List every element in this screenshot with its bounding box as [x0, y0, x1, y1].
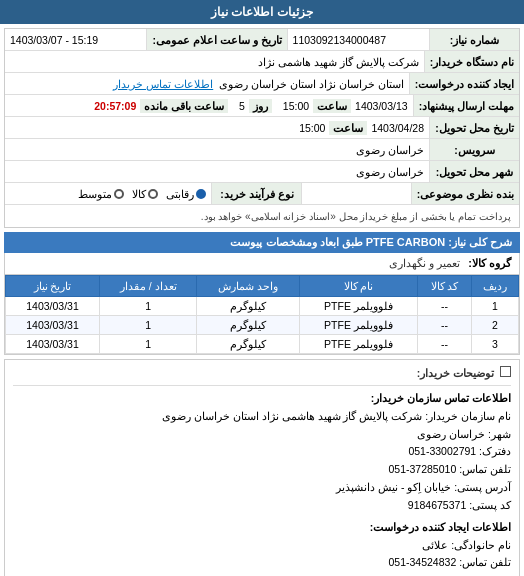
mohlat-date: 1403/03/13	[355, 100, 408, 112]
cell-name: فلوویلمر PTFE	[299, 316, 418, 335]
mohlat-value: 1403/03/13 ساعت 15:00 روز 5 ساعت باقی ما…	[5, 95, 413, 116]
mohlat-baqi-value: 20:57:09	[94, 100, 136, 112]
th-code: کد کالا	[418, 276, 471, 297]
product-section-title: شرح کلی نیاز: PTFE CARBON طبق ابعاد ومشخ…	[4, 232, 520, 253]
cell-qty: 1	[100, 297, 197, 316]
address: آدرس پستی: خیابان اِکو - نیش دانشپذیر	[13, 479, 511, 497]
table-row: 3 -- فلوویلمر PTFE کیلوگرم 1 1403/03/31	[6, 335, 519, 354]
th-date: تاریخ نیاز	[6, 276, 100, 297]
bande-label: بنده نظری موضوعی:	[411, 183, 519, 204]
tarikh-saat-value: 15:00	[299, 122, 325, 134]
notes-section: توضیحات خریدار: اطلاعات تماس سازمان خرید…	[4, 359, 520, 576]
row-tarikh: تاریخ محل تحویل: 1403/04/28 ساعت 15:00	[5, 117, 519, 139]
radio-motavasset-label: متوسط	[78, 188, 112, 200]
mohlat-saat-label: ساعت	[313, 99, 351, 113]
servis-label: سرویس:	[429, 139, 519, 160]
daftare: دفترک: 33002791-051	[13, 443, 511, 461]
tarikh-date: 1403/04/28	[371, 122, 424, 134]
product-title-text: شرح کلی نیاز: PTFE CARBON طبق ابعاد ومشخ…	[230, 236, 512, 248]
tarikh-label: تاریخ محل تحویل:	[429, 117, 519, 138]
radio-kala-dot	[148, 189, 158, 199]
cell-name: فلوویلمر PTFE	[299, 297, 418, 316]
radio-raqabati-dot	[196, 189, 206, 199]
header-title: جزئیات اطلاعات نیاز	[211, 5, 313, 19]
cell-unit: کیلوگرم	[197, 316, 299, 335]
mohlat-label: مهلت ارسال پیشنهاد:	[413, 95, 519, 116]
eijad-link[interactable]: اطلاعات تماس خریدار	[113, 78, 213, 90]
dastgah-value: شرکت پالایش گاز شهید هاشمی نژاد	[5, 51, 424, 72]
mohlat-rooz-label: روز	[249, 99, 272, 113]
cell-code: --	[418, 335, 471, 354]
cell-qty: 1	[100, 335, 197, 354]
cell-unit: کیلوگرم	[197, 335, 299, 354]
radio-motavasset-dot	[114, 189, 124, 199]
eijad-label: ایجاد کننده درخواست:	[409, 73, 519, 94]
cell-code: --	[418, 297, 471, 316]
row-eijad: ایجاد کننده درخواست: استان خراسان نژاد ا…	[5, 73, 519, 95]
group-value: تعمیر و نگهداری	[389, 257, 460, 270]
postal: کد پستی: 9184675371	[13, 497, 511, 515]
tarikh-date-group: 1403/04/28 ساعت 15:00	[299, 121, 424, 135]
shomare-label: شماره نیاز:	[429, 29, 519, 50]
group-row: گروه کالا: تعمیر و نگهداری	[4, 253, 520, 275]
radio-raqabati[interactable]: رقابتی	[166, 188, 206, 200]
cell-unit: کیلوگرم	[197, 297, 299, 316]
shahre-label: شهر محل تحویل:	[429, 161, 519, 182]
eijad-value: استان خراسان نژاد استان خراسان رضوی اطلا…	[5, 73, 409, 94]
table-row: 1 -- فلوویلمر PTFE کیلوگرم 1 1403/03/31	[6, 297, 519, 316]
row-shomare: شماره نیاز: 1103092134000487 تاریخ و ساع…	[5, 29, 519, 51]
main-container: جزئیات اطلاعات نیاز شماره نیاز: 11030921…	[0, 0, 524, 576]
radio-kala[interactable]: کالا	[132, 188, 158, 200]
row-bande: بنده نظری موضوعی: نوع فرآیند خرید: رقابت…	[5, 183, 519, 205]
row-tarid-note: پرداخت تمام یا بخشی از مبلغ خریداز محل «…	[5, 205, 519, 227]
nave-value: رقابتی کالا متوسط	[5, 183, 211, 204]
info-section: شماره نیاز: 1103092134000487 تاریخ و ساع…	[4, 28, 520, 228]
product-table-container: ردیف کد کالا نام کالا واحد شمارش تعداد /…	[4, 275, 520, 355]
radio-motavasset[interactable]: متوسط	[78, 188, 124, 200]
page-header: جزئیات اطلاعات نیاز	[0, 0, 524, 24]
cell-name: فلوویلمر PTFE	[299, 335, 418, 354]
eijad-text: استان خراسان نژاد استان خراسان رضوی	[219, 78, 404, 90]
cell-date: 1403/03/31	[6, 335, 100, 354]
notes-title: توضیحات خریدار:	[13, 365, 511, 386]
mohlat-rooz-value: 5	[239, 100, 245, 112]
nave-label: نوع فرآیند خرید:	[211, 183, 301, 204]
th-radif: ردیف	[471, 276, 518, 297]
tarikh-saat-label: ساعت	[329, 121, 367, 135]
cell-code: --	[418, 316, 471, 335]
datetime-value: 1403/03/07 - 15:19	[5, 29, 146, 50]
telphone-kharid: تلفن تماس: 34524832-051	[13, 554, 511, 572]
row-mohlat: مهلت ارسال پیشنهاد: 1403/03/13 ساعت 15:0…	[5, 95, 519, 117]
cell-radif: 1	[471, 297, 518, 316]
dastgah-label: نام دستگاه خریدار:	[424, 51, 519, 72]
cell-radif: 2	[471, 316, 518, 335]
datetime-label: تاریخ و ساعت اعلام عمومی:	[146, 29, 286, 50]
notes-checkbox[interactable]	[500, 366, 511, 377]
cell-radif: 3	[471, 335, 518, 354]
row-shahre: شهر محل تحویل: خراسان رضوی	[5, 161, 519, 183]
cell-qty: 1	[100, 316, 197, 335]
telphone: تلفن تماس: 37285010-051	[13, 461, 511, 479]
row-servis: سرویس: خراسان رضوی	[5, 139, 519, 161]
cell-date: 1403/03/31	[6, 316, 100, 335]
bande-value	[301, 183, 410, 204]
mohlat-saat-value: 15:00	[283, 100, 309, 112]
row-dastgah: نام دستگاه خریدار: شرکت پالایش گاز شهید …	[5, 51, 519, 73]
cell-date: 1403/03/31	[6, 297, 100, 316]
contact-kharid-title: اطلاعات ایجاد کننده درخواست:	[13, 519, 511, 537]
group-label: گروه کالا:	[468, 257, 511, 270]
nam-kharid: نام حانوادگی: علائی	[13, 537, 511, 555]
nam-sazman: نام سازمان خریدار: شرکت پالایش گاز شهید …	[13, 408, 511, 426]
shahre-sazman: شهر: خراسان رضوی	[13, 426, 511, 444]
th-name: نام کالا	[299, 276, 418, 297]
shahre-value: خراسان رضوی	[5, 161, 429, 182]
th-unit: واحد شمارش	[197, 276, 299, 297]
shomare-value: 1103092134000487	[287, 29, 429, 50]
tarid-note: پرداخت تمام یا بخشی از مبلغ خریداز محل «…	[5, 205, 519, 227]
tarikh-value: 1403/04/28 ساعت 15:00	[5, 117, 429, 138]
table-header-row: ردیف کد کالا نام کالا واحد شمارش تعداد /…	[6, 276, 519, 297]
radio-kala-label: کالا	[132, 188, 146, 200]
mohlat-baqi-label: ساعت باقی مانده	[140, 99, 228, 113]
contact-title: اطلاعات تماس سازمان خریدار:	[13, 390, 511, 408]
servis-value: خراسان رضوی	[5, 139, 429, 160]
